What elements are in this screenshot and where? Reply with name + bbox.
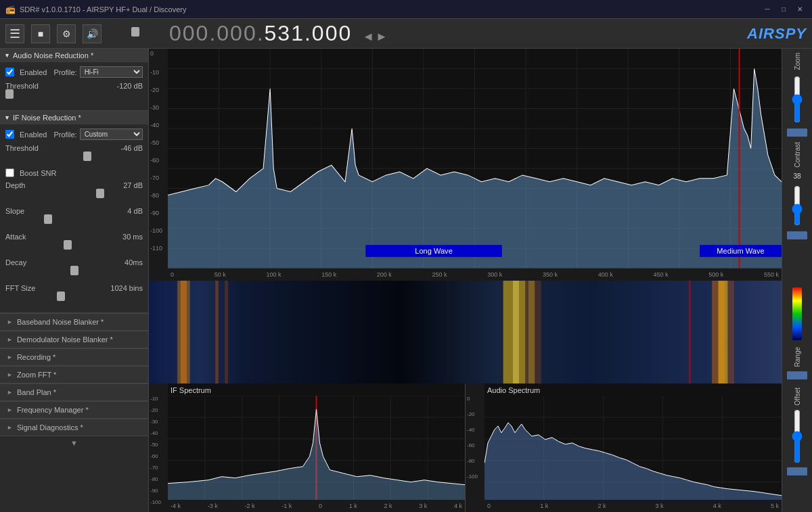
- rec-label: Recording *: [17, 353, 55, 361]
- if-noise-reduction-header[interactable]: ▼ IF Noise Reduction *: [0, 111, 148, 124]
- frequency-manager-section: ► Frequency Manager *: [0, 401, 148, 419]
- fm-label: Frequency Manager *: [17, 406, 89, 414]
- fft-slider[interactable]: [5, 294, 143, 303]
- offset-slider[interactable]: [792, 409, 802, 463]
- menu-button[interactable]: ☰: [5, 24, 24, 43]
- maximize-button[interactable]: □: [777, 4, 790, 15]
- aud-y-60: -60: [466, 442, 484, 448]
- decay-slider[interactable]: [5, 268, 143, 277]
- range-btn[interactable]: [787, 371, 807, 379]
- audio-noise-reduction-content: Enabled Profile: Hi-FiCustomVoiceOff Thr…: [0, 62, 148, 110]
- aud-x-4k: 4 k: [713, 503, 721, 509]
- ifnr-threshold-slider[interactable]: [5, 154, 143, 163]
- offset-controls: Offset: [782, 383, 812, 512]
- rec-arrow: ►: [7, 354, 13, 360]
- aud-x-5k: 5 k: [771, 503, 779, 509]
- sd-arrow: ►: [7, 424, 13, 431]
- attack-slider[interactable]: [5, 242, 143, 252]
- depth-value: 27 dB: [123, 181, 143, 189]
- if-y-90: -90: [149, 488, 168, 494]
- anr-enabled-checkbox[interactable]: [5, 68, 14, 76]
- x-label-550k: 550 k: [764, 271, 779, 278]
- bp-arrow: ►: [7, 389, 13, 396]
- offset-btn[interactable]: [787, 467, 807, 475]
- band-plan-btn[interactable]: ► Band Plan *: [0, 383, 148, 400]
- depth-slider[interactable]: [5, 191, 143, 200]
- recording-section: ► Recording *: [0, 348, 148, 366]
- y-label-0: 0: [149, 49, 168, 57]
- y-label-70: -70: [149, 173, 168, 181]
- if-y-80: -80: [149, 476, 168, 482]
- ifnr-title: IF Noise Reduction *: [13, 114, 81, 122]
- fm-arrow: ►: [7, 406, 13, 413]
- if-y-60: -60: [149, 453, 168, 459]
- minimize-button[interactable]: ─: [761, 4, 774, 15]
- boost-snr-checkbox[interactable]: [5, 168, 14, 177]
- if-x-4kp: 4 k: [454, 503, 462, 509]
- volume-slider[interactable]: [108, 29, 149, 39]
- recording-btn[interactable]: ► Recording *: [0, 348, 148, 365]
- sd-label: Signal Diagnostics *: [17, 423, 83, 432]
- x-label-450k: 450 k: [653, 271, 668, 278]
- zoom-slider[interactable]: [792, 76, 802, 123]
- bp-label: Band Plan *: [17, 388, 56, 396]
- if-spectrum-display[interactable]: IF Spectrum -10 -20 -30 -40 -50 -60 -70 …: [149, 383, 466, 512]
- y-label-100: -100: [149, 226, 168, 234]
- if-y-10: -10: [149, 396, 168, 402]
- svg-rect-44: [149, 281, 782, 383]
- x-label-150k: 150 k: [321, 271, 336, 278]
- audio-button[interactable]: 🔊: [83, 24, 102, 43]
- if-noise-reduction-content: Enabled Profile: CustomHi-FiVoiceOff Thr…: [0, 124, 148, 312]
- right-area: 0 -10 -20 -30 -40 -50 -60 -70 -80 -90 -1…: [149, 49, 812, 512]
- if-x-2k: -2 k: [244, 503, 254, 509]
- if-x-2kp: 2 k: [384, 503, 392, 509]
- y-label-110: -110: [149, 243, 168, 252]
- audio-noise-reduction-header[interactable]: ▼ Audio Noise Reduction *: [0, 49, 148, 62]
- y-label-20: -20: [149, 85, 168, 93]
- ifnr-profile-select[interactable]: CustomHi-FiVoiceOff: [80, 129, 143, 140]
- audio-spectrum-svg: [484, 396, 782, 504]
- scroll-down-btn[interactable]: ▼: [0, 436, 148, 450]
- bottom-panels: IF Spectrum -10 -20 -30 -40 -50 -60 -70 …: [149, 383, 812, 512]
- colorbar: [792, 287, 802, 341]
- demodulator-noise-blanker-btn[interactable]: ► Demodulator Noise Blanker *: [0, 331, 148, 348]
- contrast-slider[interactable]: [792, 185, 802, 226]
- audio-y-axis: 0 -20 -40 -60 -80 -100: [466, 383, 484, 512]
- ifnr-enabled-checkbox[interactable]: [5, 130, 14, 139]
- frequency-manager-btn[interactable]: ► Frequency Manager *: [0, 401, 148, 418]
- if-x-axis: -4 k -3 k -2 k -1 k 0 1 k 2 k 3 k 4 k: [168, 500, 465, 512]
- if-y-30: -30: [149, 419, 168, 425]
- svg-text:Long Wave: Long Wave: [415, 247, 453, 255]
- anr-profile-select[interactable]: Hi-FiCustomVoiceOff: [80, 66, 143, 78]
- main-spectrum-display[interactable]: 0 -10 -20 -30 -40 -50 -60 -70 -80 -90 -1…: [149, 49, 782, 281]
- demodulator-noise-blanker-section: ► Demodulator Noise Blanker *: [0, 331, 148, 348]
- baseband-noise-blanker-section: ► Baseband Noise Blanker *: [0, 313, 148, 331]
- zoom-btn[interactable]: [787, 129, 807, 137]
- waterfall-svg: [149, 281, 782, 383]
- ifnr-threshold-value: -46 dB: [121, 144, 143, 152]
- freq-arrows[interactable]: ◄►: [362, 30, 389, 43]
- if-x-0: 0: [319, 503, 322, 509]
- x-label-100k: 100 k: [266, 271, 281, 278]
- fft-label: FFT Size: [5, 284, 35, 292]
- attack-value: 30 ms: [122, 233, 143, 241]
- app-title: SDR# v1.0.0.1710 - AIRSPY HF+ Dual / Dis…: [20, 5, 187, 14]
- contrast-label: Contrast: [794, 142, 801, 168]
- baseband-noise-blanker-btn[interactable]: ► Baseband Noise Blanker *: [0, 313, 148, 330]
- stop-button[interactable]: ■: [31, 24, 50, 43]
- zfft-label: Zoom FFT *: [17, 371, 56, 379]
- anr-threshold-slider[interactable]: [5, 91, 143, 101]
- contrast-btn[interactable]: [787, 231, 807, 239]
- signal-diagnostics-btn[interactable]: ► Signal Diagnostics *: [0, 419, 148, 436]
- zoom-fft-btn[interactable]: ► Zoom FFT *: [0, 366, 148, 383]
- close-button[interactable]: ✕: [793, 4, 807, 15]
- waterfall-display[interactable]: [149, 281, 782, 383]
- settings-button[interactable]: ⚙: [57, 24, 76, 43]
- audio-spectrum-display[interactable]: Audio Spectrum 0 -20 -40 -60 -80 -100: [466, 383, 782, 512]
- anr-arrow: ▼: [4, 52, 10, 59]
- x-label-50k: 50 k: [215, 271, 226, 278]
- x-label-500k: 500 k: [708, 271, 723, 278]
- main-x-axis: 0 50 k 100 k 150 k 200 k 250 k 300 k 350…: [168, 269, 782, 281]
- bbn-arrow: ►: [7, 319, 13, 325]
- slope-slider[interactable]: [5, 216, 143, 226]
